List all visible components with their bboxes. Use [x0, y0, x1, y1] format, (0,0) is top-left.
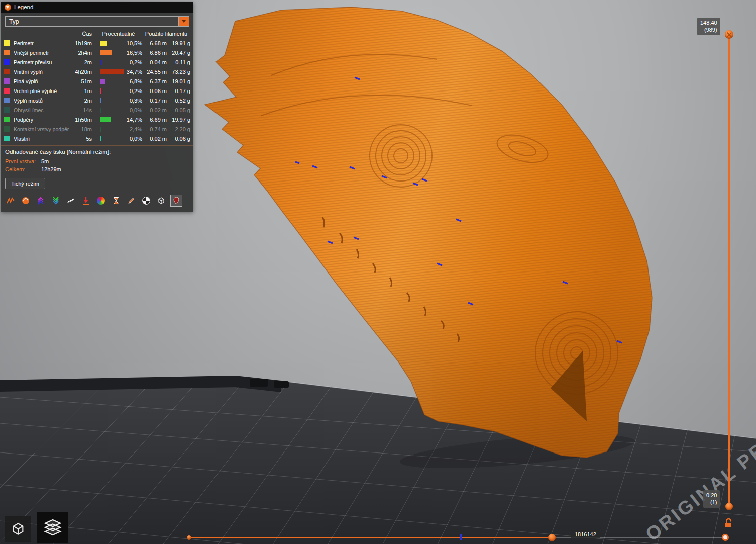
travels-icon[interactable] [5, 195, 16, 206]
pause-prints-icon[interactable] [111, 195, 122, 206]
editor-view-button[interactable] [5, 516, 31, 542]
feature-time: 2m [73, 59, 95, 65]
feature-percent: 2,4% [124, 126, 142, 132]
layer-top-index: (989) [700, 26, 717, 33]
feature-weight: 0.06 g [167, 136, 190, 142]
feature-label: Perimetr převisu [11, 59, 73, 65]
legend-row[interactable]: Perimetr 1h19m 10,5% 6.68 m 19.91 g [1, 38, 193, 48]
feature-percent: 6,8% [124, 78, 142, 84]
feature-color-swatch [4, 126, 10, 132]
preview-view-button[interactable] [37, 512, 68, 543]
feature-label: Plná výplň [11, 78, 73, 84]
layer-slider-top-handle[interactable] [725, 30, 733, 39]
moves-slider-left-handle[interactable] [187, 535, 191, 540]
feature-time: 1m [73, 88, 95, 94]
feature-time: 51m [73, 78, 95, 84]
moves-slider-end-handle[interactable] [722, 534, 729, 541]
legend-title: Legend [14, 4, 33, 10]
feature-percent: 0,2% [124, 59, 142, 65]
moves-slider-handle[interactable] [548, 534, 556, 541]
layer-slider-top-tooltip: 148.40 (989) [697, 18, 720, 35]
first-layer-value: 5m [41, 158, 49, 164]
legend-row[interactable]: Vnější perimetr 2h4m 16,5% 6.86 m 20.47 … [1, 48, 193, 57]
feature-percent: 14,7% [124, 117, 142, 123]
custom-gcodes-icon[interactable] [126, 195, 137, 206]
feature-weight: 2.20 g [167, 126, 190, 132]
dropdown-button[interactable] [178, 17, 189, 26]
legend-row[interactable]: Plná výplň 51m 6,8% 6.37 m 19.01 g [1, 76, 193, 86]
header-percent: Procentuálně [95, 31, 142, 37]
moves-slider-track[interactable] [189, 537, 552, 538]
retractions-icon[interactable] [35, 195, 46, 206]
layer-slider-bottom-handle[interactable] [725, 503, 733, 510]
total-time-label: Celkem: [5, 166, 41, 172]
bed-clip [250, 379, 268, 387]
feature-color-swatch [4, 59, 10, 65]
legend-titlebar[interactable]: Legend [1, 2, 193, 13]
feature-length: 24.55 m [142, 69, 167, 75]
header-time: Čas [73, 31, 95, 37]
feature-weight: 0.11 g [167, 59, 190, 65]
feature-time: 2h4m [73, 50, 95, 56]
feature-label: Vlastní [11, 136, 73, 142]
legend-row[interactable]: Vnitřní výplň 4h20m 34,7% 24.55 m 73.23 … [1, 67, 193, 76]
legend-row[interactable]: Vlastní 5s 0,0% 0.02 m 0.06 g [1, 134, 193, 143]
total-time-value: 12h29m [41, 166, 61, 172]
lock-icon[interactable] [724, 518, 733, 530]
feature-percent: 0,0% [124, 136, 142, 142]
header-filament: Použito filamentu [142, 31, 190, 37]
bed-clip [274, 381, 289, 388]
layer-bottom-index: (1) [706, 499, 717, 506]
center-of-mass-icon[interactable] [141, 195, 152, 206]
feature-bar [99, 126, 124, 132]
feature-label: Vnější perimetr [11, 50, 73, 56]
feature-weight: 19.97 g [167, 117, 190, 123]
layer-slider-track[interactable] [728, 38, 730, 505]
feature-color-swatch [4, 136, 10, 141]
estimates-heading: Odhadované časy tisku [Normální režim]: [1, 146, 193, 157]
legend-row[interactable]: Výplň mostů 2m 0,3% 0.17 m 0.52 g [1, 96, 193, 105]
feature-time: 4h20m [73, 69, 95, 75]
chevron-down-icon [182, 20, 186, 23]
layer-slider-bottom-tooltip: 0.20 (1) [703, 490, 720, 508]
feature-time: 18m [73, 126, 95, 132]
wipe-icon[interactable] [20, 195, 31, 206]
feature-length: 6.69 m [142, 117, 167, 123]
feature-percent: 34,7% [124, 69, 142, 75]
feature-color-swatch [4, 78, 10, 84]
feature-weight: 20.47 g [167, 50, 190, 56]
legend-row[interactable]: Obrys/Límec 14s 0,0% 0.02 m 0.05 g [1, 105, 193, 115]
legend-row[interactable]: Podpěry 1h50m 14,7% 6.69 m 19.97 g [1, 115, 193, 124]
feature-length: 0.17 m [142, 98, 167, 104]
feature-label: Vrchní plné výplně [11, 88, 73, 94]
feature-length: 6.37 m [142, 78, 167, 84]
legend-rows: Perimetr 1h19m 10,5% 6.68 m 19.91 g Vněj… [1, 38, 193, 143]
feature-label: Obrys/Límec [11, 107, 73, 113]
deretractions-icon[interactable] [50, 195, 61, 206]
feature-length: 0.06 m [142, 88, 167, 94]
feature-weight: 0.17 g [167, 88, 190, 94]
feature-time: 14s [73, 107, 95, 113]
legend-panel: Legend Typ Čas Procentuálně Použito fila… [1, 2, 193, 212]
tool-changes-icon[interactable] [95, 195, 106, 206]
legend-row[interactable]: Perimetr převisu 2m 0,2% 0.04 m 0.11 g [1, 57, 193, 67]
seams-icon[interactable] [65, 195, 76, 206]
feature-bar [99, 98, 124, 104]
feature-color-swatch [4, 69, 10, 74]
view-type-dropdown[interactable]: Typ [5, 16, 189, 27]
feature-weight: 19.01 g [167, 78, 190, 84]
app-logo-icon [5, 4, 11, 11]
feature-bar [99, 40, 124, 46]
feature-percent: 10,5% [124, 40, 142, 46]
feature-bar [99, 59, 124, 65]
silent-mode-button[interactable]: Tichý režim [5, 178, 45, 189]
legend-row[interactable]: Vrchní plné výplně 1m 0,2% 0.06 m 0.17 g [1, 86, 193, 96]
feature-label: Vnitřní výplň [11, 69, 73, 75]
legend-row[interactable]: Kontaktní vrstvy podpěr 18m 2,4% 0.74 m … [1, 124, 193, 134]
shells-icon[interactable] [156, 195, 167, 206]
preview-options-toolbar [1, 191, 193, 212]
feature-bar [99, 136, 124, 142]
legend-toggle-icon[interactable] [171, 195, 182, 206]
color-changes-icon[interactable] [80, 195, 91, 206]
layer-top-height: 148.40 [700, 19, 717, 26]
